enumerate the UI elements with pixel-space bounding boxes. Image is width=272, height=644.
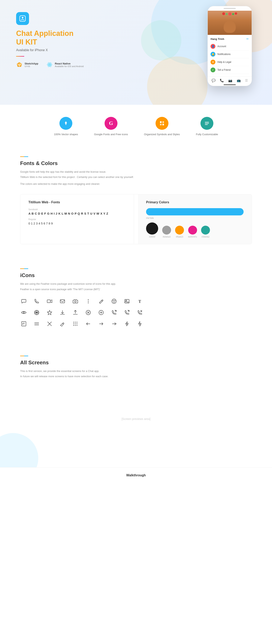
divider-bar-orange2	[20, 268, 24, 269]
svg-point-24	[113, 300, 114, 301]
nav-menu-icon[interactable]: ☰	[245, 78, 248, 82]
fonts-colors-grid: Titillium Web - Fonts Semibold A B C D E…	[20, 194, 252, 244]
nav-screen-icon[interactable]: 📺	[237, 78, 241, 82]
svg-point-44	[76, 324, 77, 324]
svg-point-20	[88, 299, 89, 300]
blue-wide-label: #4eTa9e	[146, 217, 244, 219]
swatch-label-black: #2f2f2f	[149, 236, 155, 238]
feature-symbols: Organized Symbols and Styles	[144, 117, 180, 136]
walkthrough-label: Walkthrough	[126, 474, 146, 477]
nav-call-icon[interactable]: 📞	[220, 78, 224, 82]
icon-aperture	[33, 309, 40, 316]
swatch-circle-black	[146, 222, 158, 234]
svg-text:T: T	[138, 299, 141, 304]
icon-image	[123, 298, 130, 305]
screens-placeholder: [Screen previews area]	[20, 378, 252, 459]
icon-arrow-right	[98, 320, 105, 328]
swatch-orange: #f5a623	[175, 226, 184, 238]
icon-corner	[20, 320, 28, 328]
swatch-circle-orange	[175, 226, 184, 234]
svg-rect-14	[205, 122, 209, 122]
fonts-colors-desc1: Google fonts will help the app has the s…	[20, 170, 141, 174]
section-divider-screens	[20, 356, 252, 356]
sketchapp-icon	[16, 62, 22, 68]
hero-title: Chat Application UI KIT	[16, 29, 256, 46]
svg-rect-33	[22, 322, 26, 326]
fonts-colors-section: Fonts & Colors Google fonts will help th…	[0, 144, 272, 256]
icon-camera	[72, 298, 79, 305]
icon-plus-circle	[98, 309, 105, 316]
section-divider-fonts	[20, 156, 252, 157]
nav-camera-icon[interactable]: 📷	[228, 78, 232, 82]
phone-notch	[224, 8, 236, 9]
swatch-circle-teal	[201, 226, 210, 234]
divider-bar-blue2	[24, 268, 28, 269]
app-logo	[16, 12, 29, 25]
svg-point-41	[76, 322, 77, 322]
semibold-label: Semibold	[28, 208, 126, 210]
icon-close	[46, 320, 53, 328]
section-divider-icons	[20, 268, 252, 269]
icon-eye	[20, 309, 28, 316]
divider-bar-blue	[24, 156, 28, 157]
icon-phone	[33, 298, 40, 305]
feature-customize: Fully Customizable	[196, 117, 218, 136]
icons-row-3	[20, 320, 252, 328]
nav-chat-icon[interactable]: 💬	[212, 78, 216, 82]
icon-phone-outgoing	[123, 309, 130, 316]
svg-point-22	[88, 302, 89, 303]
hero-divider	[16, 56, 24, 56]
svg-point-23	[112, 299, 116, 304]
svg-point-29	[23, 312, 24, 313]
fonts-panel-title: Titillium Web - Fonts	[28, 200, 126, 204]
feature-vector: 100% Vector shapes	[54, 117, 78, 136]
swatch-circle-pink	[188, 226, 197, 234]
tool1-name: SketchApp	[24, 62, 38, 65]
icon-chat	[20, 298, 28, 305]
swatch-pink: #e05V97c	[188, 226, 197, 238]
icon-pencil	[59, 320, 66, 328]
svg-point-39	[73, 322, 74, 322]
phone-bottom-nav: 💬 📞 📷 📺 ☰	[208, 76, 252, 84]
icon-edit	[98, 298, 105, 305]
icons-row-1: T	[20, 298, 252, 305]
tool-sketchapp: SketchApp UI Kit	[16, 62, 38, 68]
icon-more	[84, 298, 92, 305]
divider-bar-blue3	[24, 356, 28, 356]
svg-point-43	[75, 324, 76, 324]
hero-subtitle: Available for iPhone X	[16, 48, 256, 52]
fonts-panel: Titillium Web - Fonts Semibold A B C D E…	[20, 194, 134, 244]
all-screens-desc1: This is first version, we provide the es…	[20, 369, 141, 374]
tool2-sub: Available for iOS and Android	[55, 65, 84, 68]
regular-label: Regular	[28, 218, 126, 220]
swatch-gray: #b5b5e0	[162, 226, 171, 238]
svg-point-46	[75, 325, 76, 326]
feature-label-vector: 100% Vector shapes	[54, 132, 78, 136]
svg-rect-11	[162, 121, 164, 123]
swatch-label-teal: #30e0b2	[202, 236, 210, 238]
colors-panel-title: Primary Colors	[146, 200, 244, 204]
swatch-circle-gray	[162, 226, 171, 234]
regular-numbers: 0 1 2 3 4 5 6 7 8 9	[28, 222, 126, 225]
svg-point-40	[75, 322, 76, 322]
swatch-label-gray: #b5b5e0	[163, 236, 171, 238]
feature-fonts: G Google Fonts and Free icons	[94, 117, 128, 136]
all-screens-desc2: In future we will release more screens t…	[20, 374, 141, 378]
icon-menu	[33, 320, 40, 328]
color-swatches-row: #2f2f2f #b5b5e0 #f5a623 #e05V97c #30e0b2	[146, 222, 244, 238]
tool1-sub: UI Kit	[24, 65, 38, 68]
divider-bar-orange	[20, 156, 24, 157]
svg-rect-12	[160, 124, 162, 125]
semibold-alphabet: A B C D E F G H I J K L M N O P Q R S T …	[28, 212, 126, 215]
svg-point-45	[73, 325, 74, 326]
icons-desc1: We are using the Feather icons package a…	[20, 282, 141, 286]
svg-point-19	[74, 301, 76, 302]
icon-star	[46, 309, 53, 316]
icon-text: T	[136, 298, 144, 305]
hero-content: Chat Application UI KIT Available for iP…	[16, 12, 256, 68]
svg-rect-15	[205, 123, 209, 124]
feature-label-fonts: Google Fonts and Free icons	[94, 132, 128, 136]
icon-flash	[136, 320, 144, 328]
icons-desc2: Feather is a open source icons package w…	[20, 287, 141, 292]
icon-phone-incoming	[110, 309, 118, 316]
